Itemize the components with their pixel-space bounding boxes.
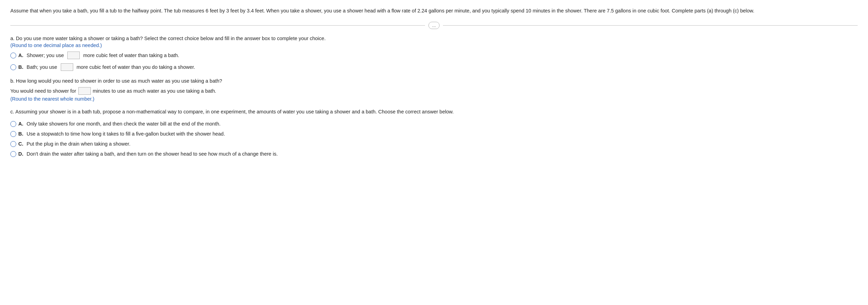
part-c-label: c. Assuming your shower is in a bath tub… <box>10 108 858 116</box>
divider-line-left <box>10 25 425 26</box>
part-c-radio-b[interactable] <box>10 131 16 137</box>
part-b-text-after: minutes to use as much water as you use … <box>93 88 216 94</box>
problem-text: Assume that when you take a bath, you fi… <box>10 7 856 15</box>
divider-line-right <box>443 25 858 26</box>
part-c-option-a-row: A. Only take showers for one month, and … <box>10 121 858 127</box>
part-b-label: b. How long would you need to shower in … <box>10 77 858 85</box>
part-c-radio-d[interactable] <box>10 151 16 157</box>
part-c-option-c-letter: C. <box>18 141 25 147</box>
part-b-text-before: You would need to shower for <box>10 88 76 94</box>
divider-dots: ... <box>428 22 440 29</box>
section-divider: ... <box>10 22 858 29</box>
part-c-radio-c[interactable] <box>10 141 16 147</box>
part-c-option-d-row: D. Don't drain the water after taking a … <box>10 151 858 157</box>
part-a-option-a-text-after: more cubic feet of water than taking a b… <box>83 53 179 58</box>
part-c-radio-a[interactable] <box>10 121 16 127</box>
part-a-option-b-input[interactable] <box>61 63 73 71</box>
part-b-round-note: (Round to the nearest whole number.) <box>10 96 858 102</box>
part-b-input[interactable] <box>78 87 91 95</box>
part-c-option-c-row: C. Put the plug in the drain when taking… <box>10 141 858 147</box>
part-c-section: c. Assuming your shower is in a bath tub… <box>10 108 858 157</box>
part-a-section: a. Do you use more water taking a shower… <box>10 35 858 71</box>
part-a-option-b-row: B. Bath; you use more cubic feet of wate… <box>10 63 858 71</box>
part-c-option-c-text: Put the plug in the drain when taking a … <box>27 141 131 147</box>
part-a-option-b-letter: B. <box>18 64 25 70</box>
part-a-radio-a[interactable] <box>10 53 16 58</box>
part-a-round-note: (Round to one decimal place as needed.) <box>10 43 858 48</box>
part-c-option-d-letter: D. <box>18 151 25 157</box>
part-a-option-a-letter: A. <box>18 53 25 58</box>
part-c-option-b-row: B. Use a stopwatch to time how long it t… <box>10 131 858 137</box>
part-a-radio-b[interactable] <box>10 64 16 70</box>
part-a-option-b-text-before: Bath; you use <box>27 64 57 70</box>
part-a-truncated-label: a. Do you use more water taking a shower… <box>10 35 858 41</box>
part-a-option-a-text-before: Shower; you use <box>27 53 64 58</box>
part-c-option-d-text: Don't drain the water after taking a bat… <box>27 151 278 157</box>
part-a-option-b-text-after: more cubic feet of water than you do tak… <box>77 64 195 70</box>
part-a-option-a-row: A. Shower; you use more cubic feet of wa… <box>10 52 858 59</box>
part-b-answer-row: You would need to shower for minutes to … <box>10 87 858 95</box>
part-c-option-b-text: Use a stopwatch to time how long it take… <box>27 131 225 137</box>
part-c-option-b-letter: B. <box>18 131 25 137</box>
part-b-section: b. How long would you need to shower in … <box>10 77 858 102</box>
part-a-option-a-input[interactable] <box>67 52 80 59</box>
part-c-option-a-letter: A. <box>18 121 25 127</box>
part-c-option-a-text: Only take showers for one month, and the… <box>27 121 221 127</box>
